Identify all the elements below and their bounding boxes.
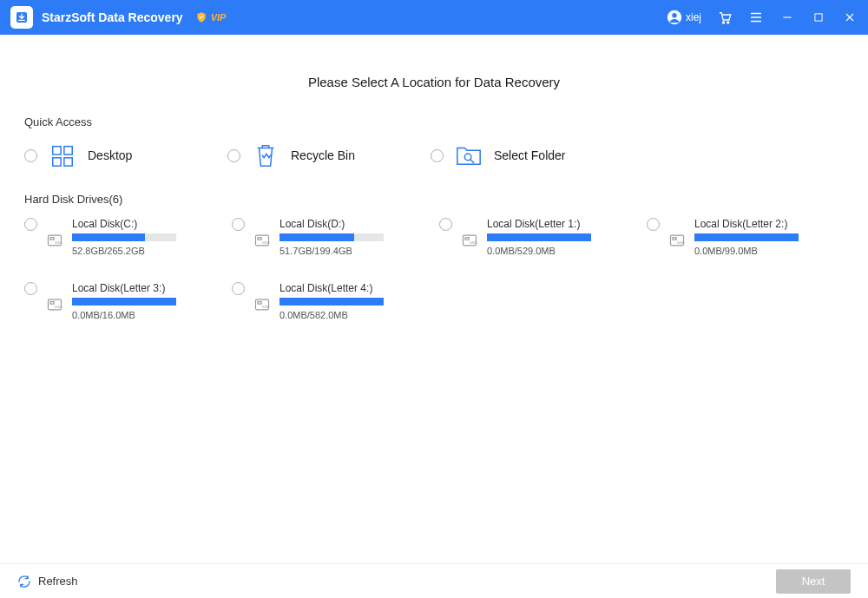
usage-bar — [279, 298, 384, 306]
minimize-button[interactable] — [779, 10, 795, 25]
drive-item[interactable]: SSD Local Disk(D:) 51.7GB/199.4GB — [232, 218, 429, 256]
radio-select-folder[interactable] — [431, 149, 444, 162]
next-button[interactable]: Next — [776, 569, 851, 594]
svg-rect-8 — [53, 158, 61, 166]
usage-bar-fill — [279, 233, 354, 241]
quick-access-recycle-bin[interactable]: Recycle Bin — [227, 141, 436, 170]
recycle-bin-icon — [251, 141, 280, 170]
usage-bar — [694, 233, 799, 241]
drive-name: Local Disk(D:) — [279, 218, 429, 230]
vip-shield-icon — [195, 11, 207, 23]
select-folder-icon — [454, 141, 483, 170]
ssd-icon: SSD — [668, 232, 686, 249]
drive-name: Local Disk(Letter 4:) — [279, 282, 429, 294]
drive-usage: 0.0MB/529.0MB — [487, 246, 636, 256]
quick-access-label-recycle: Recycle Bin — [291, 148, 355, 162]
usage-bar — [279, 233, 384, 241]
svg-text:SSD: SSD — [262, 305, 270, 309]
svg-text:SSD: SSD — [677, 240, 685, 245]
radio-desktop[interactable] — [24, 149, 37, 162]
usage-bar-fill — [487, 233, 591, 241]
refresh-icon — [17, 575, 31, 588]
radio-drive[interactable] — [232, 218, 245, 231]
radio-drive[interactable] — [647, 218, 660, 231]
quick-access-label: Quick Access — [24, 115, 844, 128]
drive-usage: 0.0MB/16.0MB — [72, 310, 221, 320]
refresh-button[interactable]: Refresh — [17, 575, 78, 588]
usage-bar-fill — [279, 298, 384, 306]
svg-rect-15 — [258, 238, 261, 240]
svg-text:SSD: SSD — [262, 240, 270, 245]
app-logo — [10, 6, 33, 29]
radio-drive[interactable] — [24, 218, 37, 231]
title-bar: StarzSoft Data Recovery VIP xiej — [0, 0, 868, 35]
drive-usage: 0.0MB/582.0MB — [279, 310, 429, 320]
user-avatar-icon — [667, 10, 682, 25]
ssd-icon: SSD — [461, 232, 478, 249]
cart-icon — [717, 10, 733, 25]
drive-name: Local Disk(Letter 3:) — [72, 282, 221, 294]
radio-drive[interactable] — [232, 282, 245, 295]
drive-item[interactable]: SSD Local Disk(Letter 2:) 0.0MB/99.0MB — [647, 218, 844, 256]
drive-usage: 0.0MB/99.0MB — [694, 246, 844, 256]
usage-bar-fill — [72, 233, 145, 241]
app-title: StarzSoft Data Recovery — [42, 10, 183, 24]
usage-bar-fill — [694, 233, 799, 241]
vip-badge: VIP — [195, 11, 227, 23]
vip-label: VIP — [211, 12, 227, 23]
usage-bar-fill — [72, 298, 176, 306]
maximize-icon — [812, 11, 825, 23]
svg-text:SSD: SSD — [55, 305, 62, 309]
user-name: xiej — [686, 11, 701, 23]
svg-rect-6 — [53, 147, 61, 154]
maximize-button[interactable] — [811, 10, 826, 25]
next-label: Next — [802, 575, 825, 588]
quick-access-row: Desktop Recycle Bin Se — [24, 141, 844, 170]
menu-icon — [748, 10, 764, 25]
svg-point-4 — [727, 22, 729, 23]
ssd-icon: SSD — [46, 232, 63, 249]
quick-access-label-desktop: Desktop — [88, 148, 132, 162]
drives-section-label: Hard Disk Drives(6) — [24, 193, 844, 206]
page-heading: Please Select A Location for Data Recove… — [24, 75, 844, 89]
drive-item[interactable]: SSD Local Disk(Letter 3:) 0.0MB/16.0MB — [24, 282, 221, 320]
desktop-icon — [48, 141, 77, 170]
usage-bar — [72, 298, 176, 306]
quick-access-label-select-folder: Select Folder — [494, 148, 565, 162]
svg-text:SSD: SSD — [470, 240, 477, 245]
svg-point-2 — [672, 13, 676, 17]
close-icon — [843, 10, 857, 24]
svg-text:SSD: SSD — [55, 240, 62, 245]
drive-name: Local Disk(C:) — [72, 218, 221, 230]
close-button[interactable] — [842, 10, 858, 25]
user-chip[interactable]: xiej — [667, 10, 701, 25]
ssd-icon: SSD — [253, 296, 271, 313]
usage-bar — [72, 233, 176, 241]
radio-recycle-bin[interactable] — [227, 149, 240, 162]
menu-button[interactable] — [748, 10, 764, 25]
usage-bar — [487, 233, 591, 241]
svg-rect-18 — [465, 238, 469, 240]
svg-rect-24 — [50, 302, 54, 305]
svg-point-3 — [722, 22, 724, 23]
cart-button[interactable] — [717, 10, 733, 25]
quick-access-desktop[interactable]: Desktop — [24, 141, 233, 170]
svg-rect-21 — [673, 238, 676, 240]
drive-item[interactable]: SSD Local Disk(C:) 52.8GB/265.2GB — [24, 218, 221, 256]
main-content: Please Select A Location for Data Recove… — [0, 35, 868, 563]
quick-access-select-folder[interactable]: Select Folder — [431, 141, 639, 170]
minimize-icon — [780, 10, 794, 24]
drive-name: Local Disk(Letter 2:) — [694, 218, 844, 230]
svg-rect-12 — [50, 238, 54, 240]
svg-rect-5 — [815, 14, 822, 21]
radio-drive[interactable] — [439, 218, 452, 231]
footer-bar: Refresh Next — [0, 563, 868, 598]
svg-rect-27 — [258, 302, 261, 305]
svg-rect-7 — [64, 147, 72, 154]
drive-usage: 52.8GB/265.2GB — [72, 246, 221, 256]
radio-drive[interactable] — [24, 282, 37, 295]
drive-item[interactable]: SSD Local Disk(Letter 1:) 0.0MB/529.0MB — [439, 218, 636, 256]
drive-usage: 51.7GB/199.4GB — [279, 246, 429, 256]
drive-item[interactable]: SSD Local Disk(Letter 4:) 0.0MB/582.0MB — [232, 282, 429, 320]
drives-grid: SSD Local Disk(C:) 52.8GB/265.2GB SSD Lo… — [24, 218, 844, 320]
